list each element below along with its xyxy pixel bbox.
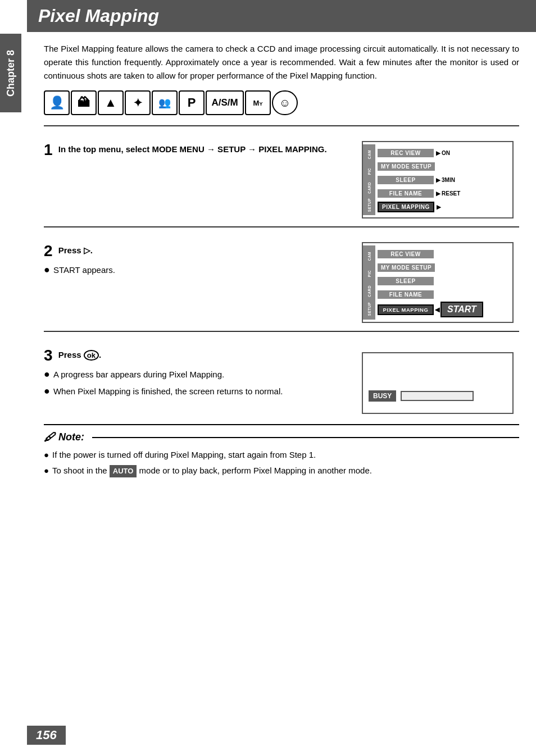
bullet-dot-1: ● (44, 263, 50, 277)
step2-menu-item-2: SLEEP (378, 277, 434, 285)
step2-menu-row-3: FILE NAME (378, 288, 510, 300)
mode-icon-scene: ☺ (272, 90, 298, 115)
step2-left: 2 Press ▷. ● START appears. (44, 242, 351, 323)
note-bullet-text-0: If the power is turned off during Pixel … (52, 448, 316, 462)
step1-sidebar-setup: SETUP (367, 198, 371, 212)
note-heading: Note: (58, 431, 84, 443)
step2-cam-menu: REC VIEW MY MODE SETUP SLEEP FILE NAME (375, 245, 512, 320)
busy-label: BUSY (369, 390, 396, 402)
step1-cam-screen: CAM PIC CARD SETUP (362, 141, 514, 218)
title-bar: Pixel Mapping (27, 0, 536, 32)
step2-cam-sidebar: CAM PIC CARD SETUP (363, 245, 375, 320)
step1-sidebar-card: CARD (367, 182, 371, 194)
step1-menu-item-0: REC VIEW (378, 149, 434, 157)
step2-bullet-text: START appears. (53, 263, 115, 277)
step2-sidebar-card: CARD (367, 285, 371, 297)
step3-section: 3 Press ok. ● A progress bar appears dur… (44, 331, 519, 414)
step2-screen: CAM PIC CARD SETUP (362, 242, 519, 323)
mode-icon-asm: A/S/M (206, 90, 244, 115)
bullet-dot-3b: ● (44, 385, 50, 398)
step2-menu-row-1: MY MODE SETUP (378, 261, 510, 274)
mode-icon-star: ✦ (125, 90, 151, 115)
step1-menu-row-1: MY MODE SETUP (378, 160, 510, 172)
note-slash-icon: 🖊 (44, 431, 55, 444)
step2-menu-item-4: PIXEL MAPPING (378, 304, 434, 315)
step1-cam-sidebar: CAM PIC CARD SETUP (363, 144, 375, 215)
step1-menu-val-4: ▶ (437, 204, 441, 210)
busy-screen: BUSY (362, 352, 514, 414)
chapter-tab: Chapter 8 (0, 34, 21, 112)
step2-instruction: Press ▷. (58, 245, 93, 255)
step2-body: ● START appears. (44, 263, 345, 277)
mode-icon-mountain: 🏔 (71, 90, 97, 115)
start-badge: START (440, 302, 483, 317)
step1-menu-row-2: SLEEP ▶3MIN (378, 174, 510, 186)
step2-cam-screen: CAM PIC CARD SETUP (362, 242, 514, 323)
step1-menu-val-0: ▶ON (436, 150, 450, 156)
mode-icon-people: 👥 (152, 90, 178, 115)
step1-menu-item-4: PIXEL MAPPING (378, 202, 434, 212)
step1-menu-item-2: SLEEP (378, 176, 434, 184)
step2-bullet: ● START appears. (44, 263, 345, 277)
intro-text: The Pixel Mapping feature allows the cam… (44, 42, 519, 83)
step1-menu-row-0: REC VIEW ▶ON (378, 147, 510, 159)
note-bullet-dot-1: ● (44, 464, 49, 477)
step2-menu-item-1: MY MODE SETUP (378, 263, 435, 272)
step2-menu-val-4: ◀ START (435, 302, 483, 317)
mode-icon-p: P (179, 90, 205, 115)
note-bullet-dot-0: ● (44, 448, 49, 462)
note-title: 🖊 Note: (44, 431, 519, 444)
step1-menu-row-4: PIXEL MAPPING ▶ (378, 201, 510, 213)
step1-menu-val-3: ▶RESET (436, 190, 460, 197)
chapter-label: Chapter 8 (5, 49, 17, 96)
note-bullet-text-1: To shoot in the AUTO mode or to play bac… (52, 464, 372, 477)
mode-icon-person: 👤 (44, 90, 70, 115)
step2-number: 2 (44, 242, 53, 260)
step1-number: 1 (44, 141, 53, 159)
step3-bullet-text-0: A progress bar appears during Pixel Mapp… (53, 368, 224, 381)
step1-left: 1 In the top menu, select MODE MENU → SE… (44, 141, 351, 218)
step2-sidebar-pic: PIC (367, 270, 371, 277)
step2-section: 2 Press ▷. ● START appears. CAM (44, 226, 519, 323)
step3-left: 3 Press ok. ● A progress bar appears dur… (44, 347, 351, 414)
busy-bar (401, 391, 474, 401)
step3-body: ● A progress bar appears during Pixel Ma… (44, 368, 345, 398)
step2-menu-item-0: REC VIEW (378, 250, 434, 258)
bullet-dot-3a: ● (44, 368, 50, 381)
step1-menu-item-1: MY MODE SETUP (378, 162, 435, 171)
step1-screen: CAM PIC CARD SETUP (362, 141, 519, 218)
step2-sidebar-setup: SETUP (367, 302, 371, 316)
note-bullet-1: ● To shoot in the AUTO mode or to play b… (44, 464, 519, 477)
busy-row: BUSY (369, 390, 474, 402)
note-body: ● If the power is turned off during Pixe… (44, 448, 519, 477)
step1-instruction: In the top menu, select MODE MENU → SETU… (58, 144, 327, 154)
step2-menu-row-4: PIXEL MAPPING ◀ START (378, 302, 510, 317)
step1-menu-val-2: ▶3MIN (436, 177, 455, 183)
auto-badge: AUTO (110, 465, 137, 478)
step3-bullet-1: ● When Pixel Mapping is finished, the sc… (44, 385, 345, 398)
mode-icons-row: 👤 🏔 ▲ ✦ 👥 P A/S/M MY ☺ (44, 90, 519, 115)
step1-menu-item-3: FILE NAME (378, 189, 434, 198)
step2-menu-item-3: FILE NAME (378, 290, 434, 299)
page-title: Pixel Mapping (38, 6, 525, 26)
step3-number: 3 (44, 347, 53, 365)
page-number: 156 (27, 726, 66, 745)
step3-instruction: Press ok. (58, 350, 101, 359)
step1-cam-menu: REC VIEW ▶ON MY MODE SETUP SLEEP ▶3MIN (375, 144, 512, 215)
step3-bullet-0: ● A progress bar appears during Pixel Ma… (44, 368, 345, 381)
step3-screen: BUSY (362, 347, 519, 414)
step2-menu-row-0: REC VIEW (378, 248, 510, 260)
step1-sidebar-pic: PIC (367, 168, 371, 175)
step2-sidebar-cam: CAM (367, 252, 371, 261)
step1-sidebar-cam: CAM (367, 150, 371, 159)
step1-section: 1 In the top menu, select MODE MENU → SE… (44, 125, 519, 218)
mode-icon-my: MY (245, 90, 271, 115)
mode-icon-landscape: ▲ (98, 90, 124, 115)
step2-menu-row-2: SLEEP (378, 275, 510, 287)
note-bullet-0: ● If the power is turned off during Pixe… (44, 448, 519, 462)
step3-bullet-text-1: When Pixel Mapping is finished, the scre… (53, 385, 283, 398)
step1-menu-row-3: FILE NAME ▶RESET (378, 187, 510, 199)
note-section: 🖊 Note: ● If the power is turned off dur… (44, 424, 519, 477)
